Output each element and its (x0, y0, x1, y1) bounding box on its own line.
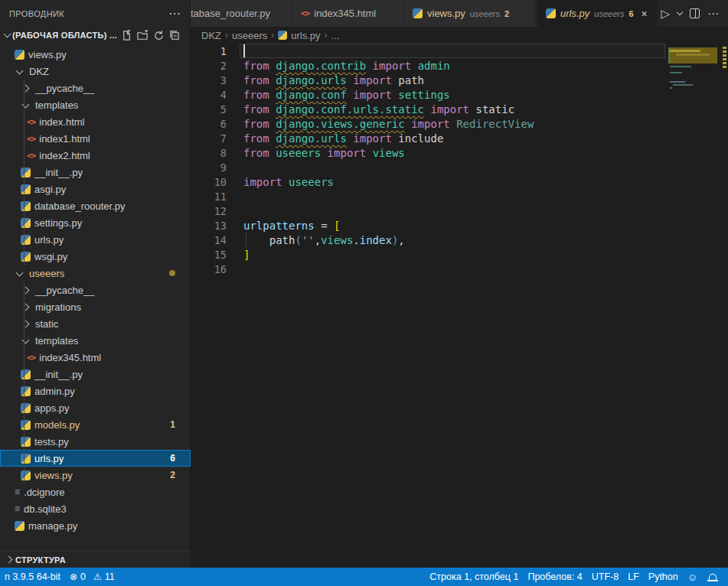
code-line[interactable]: 10import useeers (191, 174, 728, 189)
tree-item-label: database_roouter.py (34, 200, 126, 212)
tree-item-models-py[interactable]: models.py1 (0, 416, 191, 433)
breadcrumb[interactable]: DKZ›useeers›urls.py›... (191, 27, 728, 44)
python-icon (21, 370, 31, 379)
editor-more-actions-icon[interactable]: ⋯ (707, 7, 719, 21)
line-number: 6 (191, 118, 227, 130)
breadcrumb-item[interactable]: urls.py (291, 30, 320, 41)
tree-item--pycache-[interactable]: __pycache__ (0, 80, 191, 96)
code-line[interactable]: 1 (191, 44, 728, 58)
code-line[interactable]: 12 (191, 203, 728, 218)
workspace-section-header[interactable]: (РАБОЧАЯ ОБЛАСТЬ) ... (0, 27, 190, 44)
explorer-header: ПРОВОДНИК ⋯ (0, 0, 190, 27)
tree-item--init-py[interactable]: __init__.py (0, 366, 191, 383)
code-line[interactable]: 2from django.contrib import admin (191, 58, 728, 73)
problems-status[interactable]: ⊗ 0 ⚠ 11 (65, 568, 119, 586)
run-button[interactable]: ▷ (661, 7, 670, 21)
explorer-title: ПРОВОДНИК (9, 9, 64, 18)
tree-item-label: apps.py (34, 402, 70, 414)
tree-item-migrations[interactable]: migrations (0, 298, 191, 315)
python-icon (21, 437, 31, 447)
tree-item-apps-py[interactable]: apps.py (0, 399, 191, 416)
code-text: from useeers import views (227, 147, 405, 159)
tree-item-templates[interactable]: templates (0, 332, 191, 349)
explorer-more-actions-icon[interactable]: ⋯ (168, 6, 181, 21)
tree-item-index2-html[interactable]: <>index2.html (0, 147, 191, 164)
tree-item-manage-py[interactable]: manage.py (0, 517, 191, 534)
tab-directory-hint: useeers (594, 9, 624, 18)
outline-section-header[interactable]: СТРУКТУРА (0, 551, 191, 568)
tree-item-tests-py[interactable]: tests.py (0, 433, 191, 450)
feedback-icon[interactable]: ☺ (683, 568, 702, 586)
code-line[interactable]: 14 path('',views.index), (191, 233, 728, 247)
close-icon[interactable]: × (641, 8, 648, 20)
line-number: 15 (191, 249, 227, 261)
refresh-icon[interactable] (153, 30, 165, 41)
code-editor[interactable]: 12from django.contrib import admin3from … (191, 44, 728, 568)
tree-item-urls-py[interactable]: urls.py (0, 231, 191, 248)
code-line[interactable]: 11 (191, 189, 728, 203)
tab-tabase-roouter-py[interactable]: tabase_roouter.py (191, 0, 293, 27)
tree-item-static[interactable]: static (0, 315, 191, 332)
indent-guide (24, 282, 24, 484)
eol-status[interactable]: LF (623, 568, 644, 586)
tree-item-views-py[interactable]: views.py2 (0, 467, 191, 483)
run-dropdown-chevron-icon[interactable] (677, 9, 683, 15)
overview-ruler[interactable] (720, 44, 728, 568)
python-icon (21, 201, 31, 211)
notifications-bell-icon[interactable] (702, 568, 723, 586)
tab-views-py[interactable]: views.pyuseeers2 (405, 0, 535, 27)
tree-item-dkz[interactable]: DKZ (0, 63, 191, 80)
tree-item-label: views.py (34, 470, 73, 481)
collapse-all-icon[interactable] (169, 30, 181, 41)
breadcrumb-item[interactable]: ... (331, 30, 340, 41)
html-icon: <> (27, 353, 35, 363)
code-line[interactable]: 7from django.urls import include (191, 131, 728, 145)
tree-item-templates[interactable]: templates (0, 96, 191, 113)
new-folder-icon[interactable] (137, 30, 149, 41)
breadcrumb-separator: › (325, 30, 328, 41)
breadcrumb-item[interactable]: DKZ (201, 30, 221, 41)
code-line[interactable]: 16 (191, 262, 728, 276)
tree-item-admin-py[interactable]: admin.py (0, 383, 191, 399)
tab-label: views.py (427, 8, 465, 19)
tree-item-database-roouter-py[interactable]: database_roouter.py (0, 197, 191, 214)
tree-item--init-py[interactable]: __init__.py (0, 164, 191, 181)
code-line[interactable]: 6from django.views.generic import Redire… (191, 116, 728, 131)
tree-item-db-sqlite3[interactable]: ≡db.sqlite3 (0, 500, 191, 517)
code-line[interactable]: 9 (191, 160, 728, 174)
tree-item-label: index.html (39, 116, 84, 128)
tree-item-urls-py[interactable]: urls.py6 (0, 450, 191, 467)
minimap[interactable] (668, 44, 720, 273)
cursor-position-status[interactable]: Строка 1, столбец 1 (425, 568, 523, 586)
code-line[interactable]: 15] (191, 247, 728, 262)
tree-item--dcignore[interactable]: ≡.dcignore (0, 483, 191, 500)
tree-item-views-py[interactable]: views.py (0, 46, 191, 63)
language-mode-status[interactable]: Python (644, 568, 683, 586)
tree-item-asgi-py[interactable]: asgi.py (0, 181, 191, 197)
code-line[interactable]: 8from useeers import views (191, 145, 728, 160)
tree-item-label: DKZ (29, 66, 49, 77)
breadcrumb-item[interactable]: useeers (232, 30, 267, 41)
tree-item-useeers[interactable]: useeers (0, 265, 191, 282)
tree-item-index1-html[interactable]: <>index1.html (0, 130, 191, 147)
code-line[interactable]: 5from django.conf.urls.static import sta… (191, 102, 728, 116)
encoding-status[interactable]: UTF-8 (587, 568, 623, 586)
line-number: 3 (191, 74, 227, 86)
tree-item-wsgi-py[interactable]: wsgi.py (0, 248, 191, 265)
tab-urls-py[interactable]: urls.pyuseeers6× (538, 0, 658, 27)
new-file-icon[interactable] (121, 30, 132, 41)
breadcrumb-separator: › (225, 30, 228, 41)
code-line[interactable]: 13urlpatterns = [ (191, 218, 728, 233)
code-line[interactable]: 4from django.conf import settings (191, 87, 728, 102)
tree-item--pycache-[interactable]: __pycache__ (0, 282, 191, 298)
indentation-status[interactable]: Пробелов: 4 (523, 568, 586, 586)
tree-item-settings-py[interactable]: settings.py (0, 214, 191, 231)
split-editor-icon[interactable] (690, 8, 700, 18)
tab-directory-hint: useeers (470, 9, 500, 18)
tab-index345-html[interactable]: <>index345.html (293, 0, 405, 27)
python-icon (21, 235, 31, 245)
python-interpreter-status[interactable]: n 3.9.5 64-bit (0, 568, 65, 586)
code-line[interactable]: 3from django.urls import path (191, 73, 728, 87)
tree-item-index-html[interactable]: <>index.html (0, 113, 191, 130)
tree-item-index345-html[interactable]: <>index345.html (0, 349, 191, 366)
